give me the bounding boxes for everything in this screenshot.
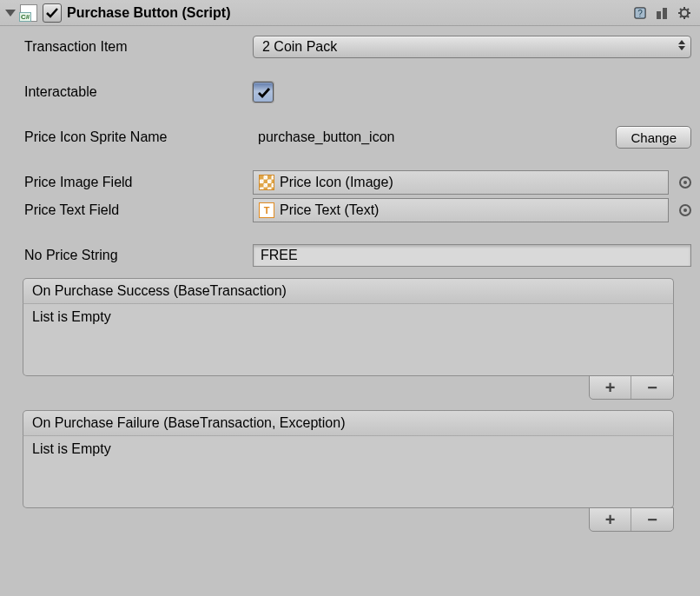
preset-icon[interactable] <box>653 4 672 22</box>
object-picker-icon[interactable] <box>679 176 691 189</box>
price-text-value: Price Text (Text) <box>280 202 379 218</box>
component-body: Transaction Item 2 Coin Pack Interactabl… <box>0 26 700 540</box>
price-text-label: Price Text Field <box>5 202 253 218</box>
interactable-checkbox[interactable] <box>253 82 274 103</box>
change-button[interactable]: Change <box>616 126 691 149</box>
price-image-label: Price Image Field <box>5 175 253 190</box>
price-text-field[interactable]: T Price Text (Text) <box>253 198 669 222</box>
csharp-script-icon <box>20 4 37 22</box>
event-add-button[interactable]: + <box>590 376 631 399</box>
event-list: List is Empty <box>23 435 674 508</box>
transaction-item-dropdown[interactable]: 2 Coin Pack <box>253 36 691 58</box>
svg-line-13 <box>688 9 690 10</box>
object-picker-icon[interactable] <box>679 204 691 216</box>
event-controls: + − <box>589 507 674 532</box>
event-controls: + − <box>589 375 674 400</box>
sprite-name-label: Price Icon Sprite Name <box>5 129 253 145</box>
component-enable-checkbox[interactable] <box>43 3 62 23</box>
svg-line-12 <box>680 16 682 17</box>
no-price-label: No Price String <box>5 248 253 263</box>
component-title: Purchase Button (Script) <box>67 5 627 21</box>
price-image-field[interactable]: Price Icon (Image) <box>253 170 669 195</box>
svg-text:?: ? <box>637 9 643 18</box>
image-type-icon <box>259 175 274 190</box>
svg-rect-3 <box>657 11 661 19</box>
svg-point-5 <box>681 9 688 16</box>
svg-line-11 <box>688 16 690 17</box>
transaction-item-value: 2 Coin Pack <box>262 39 337 55</box>
foldout-icon[interactable] <box>5 10 16 17</box>
interactable-label: Interactable <box>5 84 253 100</box>
dropdown-caret-icon <box>678 40 685 50</box>
svg-line-10 <box>680 9 682 10</box>
transaction-item-label: Transaction Item <box>5 39 253 55</box>
gear-icon[interactable] <box>676 4 695 22</box>
help-icon[interactable]: ? <box>631 4 650 22</box>
no-price-input[interactable]: FREE <box>253 244 691 267</box>
price-image-value: Price Icon (Image) <box>280 175 393 190</box>
component-header: Purchase Button (Script) ? <box>0 0 700 26</box>
event-remove-button[interactable]: − <box>631 376 673 399</box>
on-purchase-failure-event: On Purchase Failure (BaseTransaction, Ex… <box>23 410 674 532</box>
event-title: On Purchase Failure (BaseTransaction, Ex… <box>23 410 674 435</box>
event-title: On Purchase Success (BaseTransaction) <box>23 278 674 303</box>
sprite-name-value: purchase_button_icon <box>253 129 611 145</box>
text-type-icon: T <box>259 202 274 218</box>
svg-rect-4 <box>663 8 667 19</box>
event-list: List is Empty <box>23 303 674 376</box>
no-price-value: FREE <box>261 248 298 263</box>
event-remove-button[interactable]: − <box>631 508 673 531</box>
event-empty-text: List is Empty <box>32 309 111 324</box>
inspector-component: Purchase Button (Script) ? Transaction I… <box>0 0 700 596</box>
on-purchase-success-event: On Purchase Success (BaseTransaction) Li… <box>23 278 674 400</box>
event-add-button[interactable]: + <box>590 508 631 531</box>
event-empty-text: List is Empty <box>32 441 111 456</box>
